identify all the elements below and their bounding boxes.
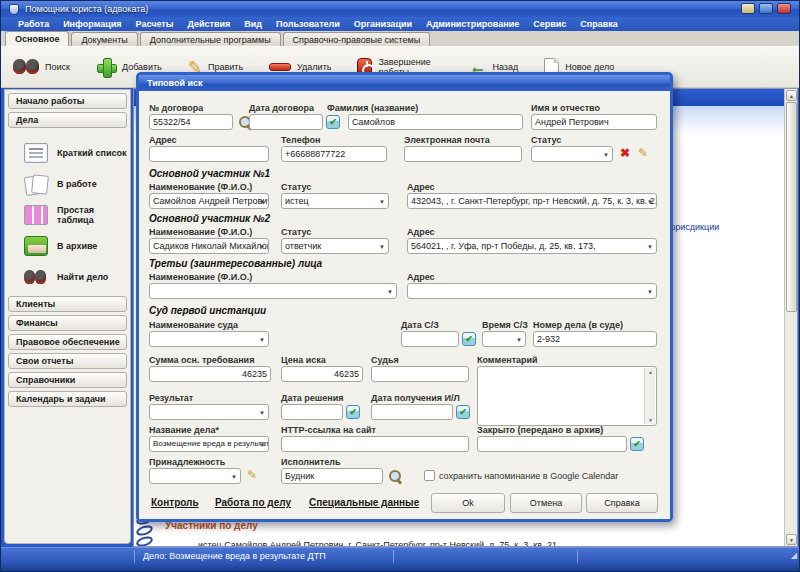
scroll-up-icon[interactable]: ▲	[645, 369, 656, 375]
claim-price-input[interactable]	[281, 366, 363, 382]
comment-scrollbar[interactable]: ▲▼	[644, 368, 655, 424]
belonging-dropdown[interactable]: ▼	[149, 468, 241, 484]
phone-input[interactable]	[281, 146, 387, 162]
address-input[interactable]	[149, 146, 269, 162]
sidebar-item-dela[interactable]: Дела	[8, 112, 127, 128]
menu-informatsiya[interactable]: Информация	[56, 17, 128, 31]
email-input[interactable]	[404, 146, 522, 162]
sidebar-item-finansy[interactable]: Финансы	[8, 315, 127, 331]
p1-address-dropdown[interactable]: 432043, , г. Санкт-Петербург, пр-т Невск…	[407, 193, 657, 209]
sidebar-item-kratkiy-spisok[interactable]: Краткий список	[8, 137, 127, 168]
p1-name-dropdown[interactable]: Самойлов Андрей Петрович▼	[149, 193, 269, 209]
menu-organizatsii[interactable]: Организации	[347, 17, 419, 31]
calendar-icon[interactable]: ✔	[346, 405, 360, 419]
contract-no-input[interactable]	[149, 114, 233, 130]
writ-date-input[interactable]	[371, 404, 453, 420]
executor-input[interactable]	[281, 468, 383, 484]
calendar-icon[interactable]: ✔	[630, 437, 644, 451]
menu-vid[interactable]: Вид	[237, 17, 269, 31]
p2-name-dropdown[interactable]: Садиков Николай Михайлович▼	[149, 238, 269, 254]
p2-status-dropdown[interactable]: ответчик▼	[281, 238, 389, 254]
minus-icon	[269, 63, 291, 71]
special-data-link[interactable]: Специальные данные	[309, 497, 419, 508]
maximize-button[interactable]	[759, 3, 773, 14]
chevron-down-icon: ▼	[603, 152, 609, 158]
case-name-dropdown[interactable]: Возмещение вреда в результате Д▼	[149, 436, 269, 452]
menu-rabota[interactable]: Работа	[11, 17, 56, 31]
field-label: Наименование суда	[149, 320, 238, 330]
field-label: Имя и отчество	[531, 103, 600, 113]
sidebar-item-nachalo-raboty[interactable]: Начало работы	[8, 93, 127, 109]
edit-pencil-icon[interactable]: ✎	[638, 147, 648, 159]
window-bottom-edge	[1, 564, 800, 572]
google-calendar-checkbox[interactable]	[424, 470, 435, 481]
field-label: Статус	[531, 135, 561, 145]
sidebar-item-pravovoe[interactable]: Правовое обеспечение	[8, 334, 127, 350]
sidebar-item-v-arhive[interactable]: В архиве	[8, 230, 127, 261]
edit-pencil-icon[interactable]: ✎	[247, 469, 257, 481]
comment-textarea[interactable]: ▲▼	[477, 366, 657, 426]
case-work-link[interactable]: Работа по делу	[215, 497, 291, 508]
case-number-input[interactable]	[533, 331, 657, 347]
name-input[interactable]	[531, 114, 657, 130]
cancel-button[interactable]: Отмена	[510, 493, 582, 513]
hearing-time-dropdown[interactable]: ▼	[482, 331, 526, 347]
hearing-date-input[interactable]	[401, 331, 459, 347]
section-title: Основной участник №2	[149, 213, 270, 224]
menu-raschety[interactable]: Расчеты	[129, 17, 181, 31]
tab-osnovnoe[interactable]: Основное	[5, 31, 69, 46]
sidebar-item-klienty[interactable]: Клиенты	[8, 296, 127, 312]
sidebar-item-prostaya-tablitsa[interactable]: Простая таблица	[8, 199, 127, 230]
sidebar-item-spravochniki[interactable]: Справочники	[8, 372, 127, 388]
field-label: № договора	[149, 103, 203, 113]
sidebar-item-v-rabote[interactable]: В работе	[8, 168, 127, 199]
clear-icon[interactable]: ✖	[620, 147, 630, 159]
judge-input[interactable]	[371, 366, 469, 382]
menu-servis[interactable]: Сервис	[526, 17, 573, 31]
scroll-up-icon[interactable]: ▲	[786, 90, 797, 101]
http-link-input[interactable]	[281, 436, 469, 452]
document-list-icon	[24, 143, 48, 163]
minimize-button[interactable]	[741, 3, 755, 14]
status-dropdown[interactable]: ▼	[531, 146, 613, 162]
resize-grip-icon[interactable]: ◢	[791, 551, 797, 560]
document-scrollbar[interactable]: ▲ ▼	[784, 89, 797, 546]
tab-dokumenty[interactable]: Документы	[71, 32, 137, 46]
menu-spravka[interactable]: Справка	[573, 17, 624, 31]
menu-administrirovanie[interactable]: Администрирование	[419, 17, 526, 31]
main-sum-input[interactable]	[149, 366, 271, 382]
calendar-icon[interactable]: ✔	[456, 405, 470, 419]
sidebar-item-kalendar[interactable]: Календарь и задачи	[8, 391, 127, 407]
chevron-down-icon: ▼	[516, 337, 522, 343]
control-link[interactable]: Контроль	[151, 497, 199, 508]
p1-status-dropdown[interactable]: истец▼	[281, 193, 389, 209]
sidebar-item-svoi-otchety[interactable]: Свои отчеты	[8, 353, 127, 369]
tab-sps[interactable]: Справочно-правовые системы	[283, 32, 431, 46]
search-icon[interactable]	[388, 469, 402, 483]
dialog-title-bar[interactable]: Типовой иск	[139, 75, 670, 91]
plus-icon	[96, 57, 116, 77]
menu-polzovateli[interactable]: Пользователи	[269, 17, 347, 31]
third-name-dropdown[interactable]: ▼	[149, 283, 397, 299]
decision-date-input[interactable]	[281, 404, 343, 420]
calendar-icon[interactable]: ✔	[326, 115, 340, 129]
scrollbar-thumb[interactable]	[786, 102, 797, 312]
delete-button[interactable]: Удалить	[269, 62, 331, 72]
scroll-down-icon[interactable]: ▼	[645, 417, 656, 423]
search-button[interactable]: Поиск	[13, 59, 70, 76]
ok-button[interactable]: Ok	[431, 493, 505, 513]
contract-date-input[interactable]	[249, 114, 323, 130]
menu-deystviya[interactable]: Действия	[180, 17, 237, 31]
result-dropdown[interactable]: ▼	[149, 404, 269, 420]
calendar-icon[interactable]: ✔	[462, 332, 476, 346]
court-name-dropdown[interactable]: ▼	[149, 331, 269, 347]
close-button[interactable]	[777, 3, 791, 14]
scroll-down-icon[interactable]: ▼	[786, 534, 797, 545]
closed-date-input[interactable]	[477, 436, 627, 452]
third-address-dropdown[interactable]: ▼	[407, 283, 657, 299]
help-button[interactable]: Справка	[586, 493, 658, 513]
p2-address-dropdown[interactable]: 564021, , г. Уфа, пр-т Победы, д. 25, кв…	[407, 238, 657, 254]
tab-dop-programmy[interactable]: Дополнительные программы	[140, 32, 281, 46]
surname-input[interactable]	[348, 114, 523, 130]
sidebar-item-nayti-delo[interactable]: Найти дело	[8, 261, 127, 292]
